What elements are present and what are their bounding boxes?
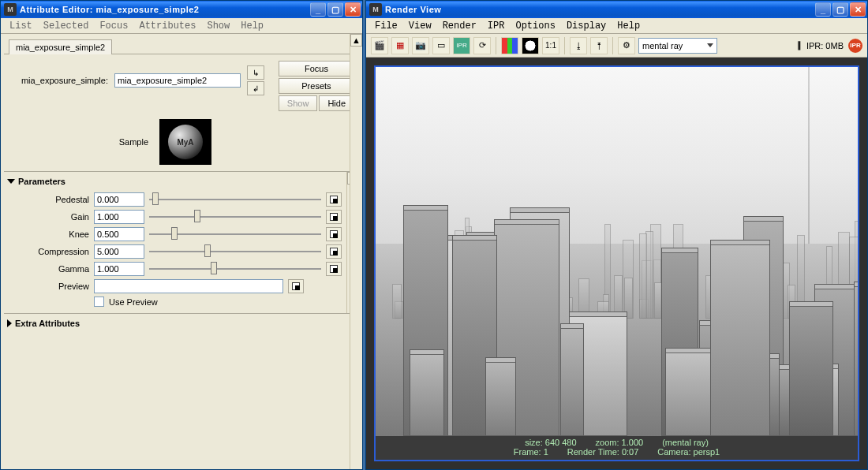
pause-icon[interactable]: ∥ [797, 40, 802, 50]
menu-view[interactable]: View [403, 19, 437, 33]
gain-field[interactable] [94, 210, 144, 224]
show-button[interactable]: Show [279, 95, 318, 111]
render-status-overlay: size: 640 480 zoom: 1.000 (mental ray) F… [376, 433, 858, 460]
ipr-icon[interactable]: IPR [453, 37, 470, 54]
close-button[interactable]: ✕ [850, 2, 866, 17]
compression-label: Compression [9, 247, 89, 256]
node-name-field[interactable] [114, 73, 241, 88]
render-canvas-area: size: 640 480 zoom: 1.000 (mental ray) F… [366, 58, 867, 469]
section-parameters-title: Parameters [18, 177, 65, 186]
renderer-dropdown[interactable]: mental ray [638, 38, 717, 54]
preview-map-button[interactable] [288, 279, 304, 293]
menu-ipr[interactable]: IPR [482, 19, 511, 33]
param-use-preview: Use Preview [6, 295, 345, 308]
disclosure-triangle-icon [7, 319, 12, 327]
knee-field[interactable] [94, 227, 144, 241]
render-image[interactable]: size: 640 480 zoom: 1.000 (mental ray) F… [374, 65, 859, 461]
status-camera: Camera: persp1 [657, 447, 720, 457]
go-in-icon[interactable]: ↳ [247, 65, 264, 80]
snapshot-icon[interactable]: 📷 [412, 37, 429, 54]
status-frame: Frame: 1 [514, 447, 548, 457]
gamma-slider[interactable] [149, 263, 321, 275]
ae-body: mia_exposure_simple2 mia_exposure_simple… [1, 34, 362, 469]
node-header: mia_exposure_simple: ↳ ↲ [4, 61, 275, 97]
param-gain: Gain [6, 208, 345, 226]
menu-display[interactable]: Display [561, 19, 612, 33]
render-clapper-icon[interactable]: 🎬 [371, 37, 388, 54]
maximize-button[interactable]: ▢ [327, 2, 343, 17]
render-region-icon[interactable]: ▦ [391, 37, 409, 54]
maya-icon: M [369, 3, 382, 16]
rv-menubar: File View Render IPR Options Display Hel… [366, 18, 867, 34]
preview-field[interactable] [94, 279, 283, 293]
menu-help[interactable]: Help [235, 19, 269, 33]
rgb-channels-icon[interactable] [501, 37, 518, 54]
minimize-button[interactable]: _ [310, 2, 326, 17]
param-preview: Preview [6, 278, 345, 295]
attribute-editor-window: M Attribute Editor: mia_exposure_simple2… [0, 0, 363, 470]
status-renderer: (mental ray) [662, 438, 709, 447]
tab-node[interactable]: mia_exposure_simple2 [9, 39, 112, 54]
pedestal-slider[interactable] [149, 193, 321, 206]
status-zoom: zoom: 1.000 [596, 438, 644, 447]
sample-row: Sample MyA [4, 111, 359, 171]
disclosure-triangle-icon [7, 179, 15, 184]
menu-list[interactable]: List [4, 19, 38, 33]
menu-render[interactable]: Render [437, 19, 482, 33]
menu-show[interactable]: Show [201, 19, 235, 33]
render-settings-icon[interactable]: ⚙ [618, 37, 635, 54]
ae-menubar: List Selected Focus Attributes Show Help [1, 18, 362, 34]
menu-options[interactable]: Options [510, 19, 560, 33]
section-extra-title: Extra Attributes [15, 319, 80, 328]
compression-slider[interactable] [149, 245, 321, 258]
section-parameters-header[interactable]: Parameters [6, 175, 345, 191]
gamma-map-button[interactable] [326, 262, 342, 276]
sample-swatch[interactable]: MyA [159, 119, 211, 165]
menu-attributes[interactable]: Attributes [133, 19, 201, 33]
render-frame-icon[interactable]: ▭ [432, 37, 450, 54]
minimize-button[interactable]: _ [815, 2, 831, 17]
pedestal-map-button[interactable] [326, 192, 342, 207]
section-extra: Extra Attributes [4, 313, 359, 338]
maximize-button[interactable]: ▢ [832, 2, 848, 17]
sample-label: Sample [49, 137, 152, 147]
compression-field[interactable] [94, 244, 144, 259]
knee-slider[interactable] [149, 228, 321, 241]
menu-selected[interactable]: Selected [38, 19, 95, 33]
section-extra-header[interactable]: Extra Attributes [6, 317, 357, 333]
gamma-label: Gamma [9, 264, 89, 274]
menu-help[interactable]: Help [612, 19, 645, 33]
renderer-selected: mental ray [642, 41, 683, 50]
rv-toolbar: 🎬 ▦ 📷 ▭ IPR ⟳ 1:1 ⭳ ⭱ ⚙ mental ray ∥ IPR… [366, 34, 867, 58]
go-out-icon[interactable]: ↲ [247, 81, 264, 95]
focus-button[interactable]: Focus [279, 61, 354, 76]
menu-focus[interactable]: Focus [94, 19, 133, 33]
presets-button[interactable]: Presets [279, 78, 354, 94]
load-image-icon[interactable]: ⭱ [590, 37, 608, 54]
use-preview-checkbox[interactable] [94, 297, 104, 307]
gain-label: Gain [9, 212, 89, 222]
preview-label: Preview [9, 282, 89, 291]
alpha-channel-icon[interactable] [522, 37, 539, 54]
ae-scrollbar[interactable]: ▲ [350, 34, 362, 469]
refresh-icon[interactable]: ⟳ [473, 37, 491, 54]
gain-map-button[interactable] [326, 210, 342, 224]
gain-slider[interactable] [149, 211, 321, 223]
close-button[interactable]: ✕ [345, 2, 361, 17]
ae-titlebar[interactable]: M Attribute Editor: mia_exposure_simple2… [1, 1, 362, 18]
gamma-field[interactable] [94, 262, 144, 276]
one-to-one-icon[interactable]: 1:1 [542, 37, 559, 54]
scroll-up-icon[interactable]: ▲ [350, 34, 362, 47]
param-gamma: Gamma [6, 260, 345, 278]
knee-map-button[interactable] [326, 227, 342, 241]
pedestal-field[interactable] [94, 192, 144, 207]
param-compression: Compression [6, 243, 345, 260]
ipr-memory-label: IPR: 0MB [806, 41, 844, 50]
menu-file[interactable]: File [369, 19, 403, 33]
render-view-window: M Render View _ ▢ ✕ File View Render IPR… [365, 0, 868, 470]
param-knee: Knee [6, 226, 345, 243]
compression-map-button[interactable] [326, 244, 342, 259]
save-image-icon[interactable]: ⭳ [570, 37, 587, 54]
rv-titlebar[interactable]: M Render View _ ▢ ✕ [366, 1, 867, 18]
param-pedestal: Pedestal [6, 191, 345, 208]
